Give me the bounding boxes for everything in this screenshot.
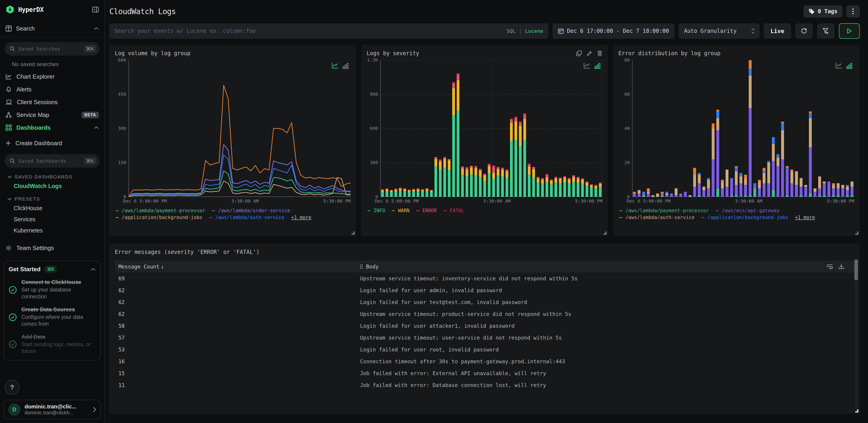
table-row[interactable]: 62Login failed for user test@test.com, i… bbox=[115, 296, 854, 308]
bar-view-toggle-icon[interactable] bbox=[342, 63, 349, 69]
saved-searches-input[interactable] bbox=[18, 46, 81, 52]
sql-mode-toggle[interactable]: SQL bbox=[507, 28, 516, 34]
saved-dashboards-search[interactable]: ⌘K bbox=[5, 154, 100, 168]
download-icon[interactable] bbox=[838, 264, 844, 270]
legend-item[interactable]: —/aws/lambda/payment-processor bbox=[619, 208, 709, 213]
table-row[interactable]: 11Job failed with error: Database connec… bbox=[115, 379, 854, 391]
chevron-up-icon[interactable] bbox=[94, 126, 99, 129]
sidebar-item-service-map[interactable]: Service Map BETA bbox=[0, 109, 104, 121]
legend-item[interactable]: —/aws/lambda/order-service bbox=[212, 208, 290, 213]
sidebar-item-search[interactable]: Search bbox=[0, 20, 104, 37]
sidebar-preset-kubernetes[interactable]: Kubernetes bbox=[0, 225, 104, 236]
chevron-up-icon[interactable] bbox=[91, 268, 96, 271]
sidebar-preset-clickhouse[interactable]: ClickHouse bbox=[0, 203, 104, 214]
delete-panel-icon[interactable] bbox=[597, 50, 602, 56]
get-started-step-add-data[interactable]: Add Data Start sending logs, metrics, or… bbox=[9, 333, 96, 355]
saved-dashboards-input[interactable] bbox=[18, 158, 81, 164]
chart-canvas[interactable] bbox=[632, 60, 854, 197]
check-circle-icon bbox=[9, 280, 17, 300]
sidebar-dashboard-cloudwatch-logs[interactable]: CloudWatch Logs bbox=[0, 180, 104, 192]
legend-item[interactable]: —ERROR bbox=[416, 208, 437, 213]
legend-item[interactable]: —/aws/lambda/auth-service bbox=[209, 215, 284, 220]
filter-button[interactable] bbox=[817, 23, 835, 39]
chart-canvas[interactable] bbox=[128, 60, 351, 197]
sidebar-item-chart-explorer[interactable]: Chart Explorer bbox=[0, 70, 104, 83]
table-row[interactable]: 57Upstream service timeout: user-service… bbox=[115, 332, 854, 344]
bar-view-toggle-icon[interactable] bbox=[594, 63, 601, 69]
table-row[interactable]: 15Job failed with error: External API un… bbox=[115, 367, 854, 379]
check-circle-icon bbox=[9, 334, 17, 355]
table-scrollbar[interactable] bbox=[854, 259, 858, 409]
live-button[interactable]: Live bbox=[764, 23, 791, 39]
get-started-title: Get Started bbox=[9, 266, 40, 273]
chart-canvas[interactable] bbox=[380, 60, 602, 197]
legend-item[interactable]: —/application/background-jobs bbox=[701, 215, 788, 220]
chevron-up-icon[interactable] bbox=[94, 27, 99, 30]
legend-item[interactable]: —FATAL bbox=[443, 208, 464, 213]
column-header-message-count[interactable]: Message Count↓ bbox=[118, 264, 360, 270]
lucene-mode-toggle[interactable]: Lucene bbox=[525, 28, 543, 34]
event-search-input[interactable] bbox=[114, 28, 502, 34]
bar-view-toggle-icon[interactable] bbox=[846, 63, 852, 69]
table-header: Message Count↓ Body bbox=[115, 261, 854, 273]
sidebar-preset-services[interactable]: Services bbox=[0, 214, 104, 225]
line-view-toggle-icon[interactable] bbox=[332, 62, 339, 69]
legend-more-link[interactable]: +1 more bbox=[291, 215, 311, 220]
presets-section-header[interactable]: PRESETS bbox=[0, 192, 104, 203]
legend-item[interactable]: —/aws/lambda/auth-service bbox=[619, 215, 694, 220]
sidebar-item-alerts[interactable]: Alerts bbox=[0, 83, 104, 96]
panel-resize-handle[interactable] bbox=[855, 409, 859, 413]
granularity-select[interactable]: Auto Granularity bbox=[679, 23, 760, 39]
x-tick-label: 3:30:00 AM bbox=[735, 198, 762, 204]
table-row[interactable]: 16Connection timeout after 30s to paymen… bbox=[115, 356, 854, 367]
granularity-value: Auto Granularity bbox=[684, 28, 737, 34]
edit-panel-icon[interactable] bbox=[587, 50, 592, 56]
more-menu-button[interactable] bbox=[846, 5, 860, 18]
table-scrollbar-thumb[interactable] bbox=[854, 259, 858, 280]
cell-message-count: 69 bbox=[118, 276, 360, 281]
legend-item[interactable]: —WARN bbox=[392, 208, 409, 213]
table-row[interactable]: 58Login failed for user attacker1, inval… bbox=[115, 320, 854, 332]
app-window: HyperDX Search ⌘K No saved searches bbox=[0, 0, 868, 423]
get-started-step-connect[interactable]: Connect to ClickHouse Set up your databa… bbox=[9, 279, 96, 300]
legend-item[interactable]: —/aws/lambda/payment-processor bbox=[116, 208, 205, 213]
duplicate-panel-icon[interactable] bbox=[576, 50, 582, 56]
user-account-button[interactable]: D dominic.tran@clic... dominic.tran@clic… bbox=[4, 400, 101, 419]
drag-handle-icon[interactable] bbox=[360, 264, 363, 269]
saved-dashboards-section-header[interactable]: SAVED DASHBOARDS bbox=[0, 170, 104, 180]
legend-item[interactable]: —/application/background-jobs bbox=[116, 215, 203, 220]
event-search-box[interactable]: SQL | Lucene bbox=[109, 23, 548, 39]
run-query-button[interactable] bbox=[839, 23, 860, 39]
table-row[interactable]: 53Login failed for user root, invalid pa… bbox=[115, 344, 854, 356]
legend-item[interactable]: —/aws/ecs/api-gateway bbox=[716, 208, 779, 213]
table-row[interactable]: 62Login failed for user admin, invalid p… bbox=[115, 284, 854, 296]
tags-label: 0 Tags bbox=[818, 8, 837, 15]
refresh-button[interactable] bbox=[795, 23, 813, 39]
sidebar-item-team-settings[interactable]: Team Settings bbox=[0, 242, 104, 254]
kbd-shortcut: ⌘K bbox=[84, 45, 96, 52]
gear-icon bbox=[5, 245, 12, 251]
sidebar-item-client-sessions[interactable]: Client Sessions bbox=[0, 96, 104, 109]
step-desc: Set up your database connection bbox=[22, 286, 96, 300]
get-started-step-sources[interactable]: Create Data Sources Configure where your… bbox=[9, 306, 96, 328]
table-row[interactable]: 69Upstream service timeout: inventory-se… bbox=[115, 273, 854, 284]
create-dashboard-button[interactable]: Create Dashboard bbox=[0, 137, 104, 149]
tags-button[interactable]: 0 Tags bbox=[804, 5, 842, 18]
help-button[interactable]: ? bbox=[5, 380, 20, 395]
sidebar-item-dashboards[interactable]: Dashboards bbox=[0, 121, 104, 134]
panel-resize-handle[interactable] bbox=[855, 231, 859, 235]
wrap-lines-icon[interactable] bbox=[826, 264, 833, 270]
check-circle-icon bbox=[9, 307, 17, 328]
line-view-toggle-icon[interactable] bbox=[583, 62, 591, 69]
date-range-picker[interactable]: Dec 6 17:00:00 - Dec 7 18:00:00 bbox=[552, 23, 675, 39]
table-row[interactable]: 62Upstream service timeout: product-serv… bbox=[115, 308, 854, 320]
legend-item[interactable]: —INFO bbox=[368, 208, 385, 213]
line-view-toggle-icon[interactable] bbox=[835, 62, 842, 69]
panel-resize-handle[interactable] bbox=[351, 231, 355, 235]
panel-resize-handle[interactable] bbox=[603, 231, 607, 235]
collapse-sidebar-icon[interactable] bbox=[92, 7, 99, 12]
y-tick-label: 0 bbox=[627, 194, 630, 199]
saved-searches-search[interactable]: ⌘K bbox=[5, 42, 100, 56]
column-header-body[interactable]: Body bbox=[360, 264, 826, 270]
legend-more-link[interactable]: +1 more bbox=[795, 215, 815, 220]
